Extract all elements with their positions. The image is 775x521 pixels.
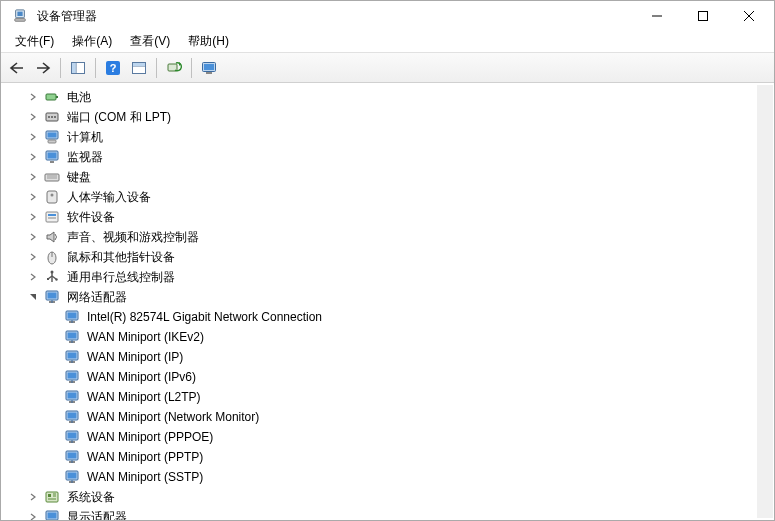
vertical-scrollbar[interactable] [757, 85, 773, 518]
network-adapter-icon [64, 429, 80, 445]
properties-button[interactable] [127, 56, 151, 80]
network-adapter-icon [64, 349, 80, 365]
category-label: 系统设备 [65, 489, 115, 506]
menu-view[interactable]: 查看(V) [122, 31, 178, 52]
expand-toggle[interactable] [27, 231, 39, 243]
minimize-button[interactable] [634, 1, 680, 31]
expand-toggle[interactable] [27, 271, 39, 283]
category-label: 网络适配器 [65, 289, 127, 306]
category-monitors[interactable]: 监视器 [21, 147, 774, 167]
svg-rect-4 [699, 12, 708, 21]
category-hid[interactable]: 人体学输入设备 [21, 187, 774, 207]
device-label: WAN Miniport (PPTP) [85, 450, 203, 464]
category-software[interactable]: 软件设备 [21, 207, 774, 227]
device-label: WAN Miniport (Network Monitor) [85, 410, 259, 424]
expand-toggle[interactable] [27, 511, 39, 520]
expand-toggle[interactable] [27, 211, 39, 223]
expand-toggle[interactable] [27, 491, 39, 503]
titlebar: 设备管理器 [1, 1, 774, 31]
help-button[interactable]: ? [101, 56, 125, 80]
expand-toggle[interactable] [27, 191, 39, 203]
maximize-button[interactable] [680, 1, 726, 31]
system-icon [44, 489, 60, 505]
monitor-button[interactable] [197, 56, 221, 80]
network-adapter-icon [64, 329, 80, 345]
device-item[interactable]: WAN Miniport (PPTP) [41, 447, 774, 467]
svg-rect-14 [133, 63, 145, 66]
network-adapter-icon [64, 369, 80, 385]
device-item[interactable]: WAN Miniport (SSTP) [41, 467, 774, 487]
device-item[interactable]: WAN Miniport (PPPOE) [41, 427, 774, 447]
close-button[interactable] [726, 1, 772, 31]
device-label: WAN Miniport (L2TP) [85, 390, 201, 404]
category-label: 监视器 [65, 149, 103, 166]
app-icon [12, 8, 28, 24]
category-battery[interactable]: 电池 [21, 87, 774, 107]
network-adapter-icon [64, 469, 80, 485]
category-label: 端口 (COM 和 LPT) [65, 109, 171, 126]
category-label: 鼠标和其他指针设备 [65, 249, 175, 266]
mouse-icon [44, 249, 60, 265]
network-adapter-icon [64, 389, 80, 405]
device-item[interactable]: Intel(R) 82574L Gigabit Network Connecti… [41, 307, 774, 327]
back-button[interactable] [5, 56, 29, 80]
category-label: 人体学输入设备 [65, 189, 151, 206]
category-system[interactable]: 系统设备 [21, 487, 774, 507]
device-item[interactable]: WAN Miniport (L2TP) [41, 387, 774, 407]
expand-toggle[interactable] [27, 171, 39, 183]
category-mouse[interactable]: 鼠标和其他指针设备 [21, 247, 774, 267]
category-sound[interactable]: 声音、视频和游戏控制器 [21, 227, 774, 247]
menu-actions[interactable]: 操作(A) [64, 31, 120, 52]
ports-icon [44, 109, 60, 125]
menu-file[interactable]: 文件(F) [7, 31, 62, 52]
toolbar-separator [156, 58, 157, 78]
device-tree[interactable]: 电池 端口 (COM 和 LPT) 计算机 监视器 键盘 人体学输入设备 软件设… [1, 83, 774, 520]
svg-rect-1 [17, 12, 22, 16]
expand-toggle[interactable] [27, 151, 39, 163]
expand-toggle[interactable] [27, 251, 39, 263]
usb-icon [44, 269, 60, 285]
device-item[interactable]: WAN Miniport (IKEv2) [41, 327, 774, 347]
toolbar-separator [95, 58, 96, 78]
monitors-icon [44, 149, 60, 165]
computer-icon [44, 129, 60, 145]
device-label: WAN Miniport (PPPOE) [85, 430, 213, 444]
device-label: WAN Miniport (IKEv2) [85, 330, 204, 344]
forward-button[interactable] [31, 56, 55, 80]
network-adapter-icon [64, 449, 80, 465]
battery-icon [44, 89, 60, 105]
show-hide-tree-button[interactable] [66, 56, 90, 80]
window-title: 设备管理器 [37, 8, 97, 25]
device-item[interactable]: WAN Miniport (Network Monitor) [41, 407, 774, 427]
device-item[interactable]: WAN Miniport (IPv6) [41, 367, 774, 387]
display-icon [44, 509, 60, 520]
category-keyboards[interactable]: 键盘 [21, 167, 774, 187]
category-label: 声音、视频和游戏控制器 [65, 229, 199, 246]
category-ports[interactable]: 端口 (COM 和 LPT) [21, 107, 774, 127]
svg-text:?: ? [110, 62, 117, 74]
device-item[interactable]: WAN Miniport (IP) [41, 347, 774, 367]
svg-rect-2 [15, 19, 26, 22]
category-usb[interactable]: 通用串行总线控制器 [21, 267, 774, 287]
scan-hardware-button[interactable] [162, 56, 186, 80]
category-computer[interactable]: 计算机 [21, 127, 774, 147]
expand-toggle[interactable] [27, 131, 39, 143]
menu-help[interactable]: 帮助(H) [180, 31, 237, 52]
expand-toggle[interactable] [27, 91, 39, 103]
toolbar-separator [191, 58, 192, 78]
category-display[interactable]: 显示适配器 [21, 507, 774, 520]
sound-icon [44, 229, 60, 245]
network-icon [44, 289, 60, 305]
svg-rect-9 [72, 63, 76, 73]
expand-toggle[interactable] [27, 111, 39, 123]
expand-toggle[interactable] [27, 291, 39, 303]
svg-rect-18 [206, 72, 212, 74]
category-label: 通用串行总线控制器 [65, 269, 175, 286]
category-network[interactable]: 网络适配器 [21, 287, 774, 307]
svg-rect-17 [204, 64, 214, 70]
category-label: 显示适配器 [65, 509, 127, 521]
network-adapter-icon [64, 409, 80, 425]
category-label: 电池 [65, 89, 91, 106]
software-icon [44, 209, 60, 225]
network-adapter-icon [64, 309, 80, 325]
